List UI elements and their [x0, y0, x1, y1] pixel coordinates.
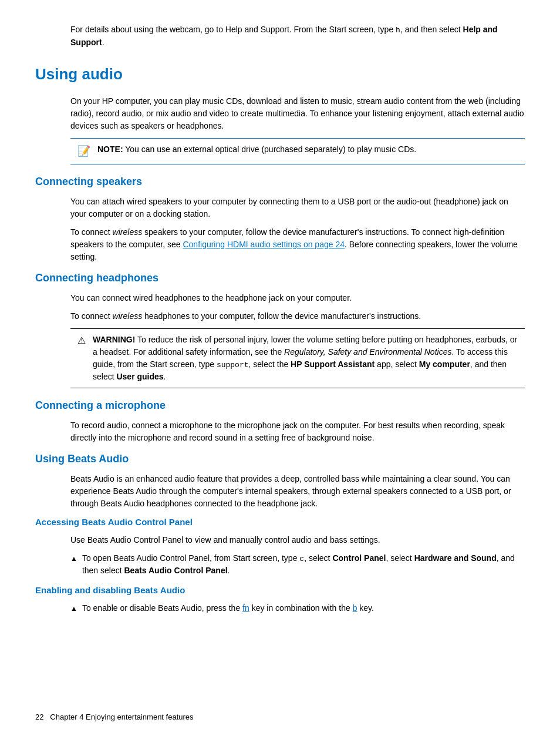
note-box: 📝 NOTE: You can use an external optical … — [70, 138, 525, 164]
warning-italic: Regulatory, Safety and Environmental Not… — [284, 347, 451, 357]
connecting-speakers-heading: Connecting speakers — [35, 174, 525, 190]
connecting-microphone-heading: Connecting a microphone — [35, 398, 525, 414]
footer-chapter: Chapter 4 Enjoying entertainment feature… — [50, 713, 193, 721]
bullet-content: To open Beats Audio Control Panel, from … — [82, 552, 525, 577]
ch-p2-pre: To connect — [70, 311, 113, 321]
ab-bold3: Beats Audio Control Panel — [124, 566, 228, 575]
cs-p2-italic: wireless — [113, 227, 143, 237]
eb-link1[interactable]: fn — [242, 603, 249, 613]
cs-p2-pre: To connect — [70, 227, 113, 237]
footer-page: 22 — [35, 713, 43, 721]
note-icon: 📝 — [77, 143, 90, 159]
warning-box: ⚠ WARNING! To reduce the risk of persona… — [70, 328, 525, 389]
eb-content: To enable or disable Beats Audio, press … — [82, 602, 374, 614]
using-audio-section: Using audio On your HP computer, you can… — [35, 63, 525, 614]
note-text: You can use an external optical drive (p… — [125, 145, 416, 154]
accessing-beats-heading: Accessing Beats Audio Control Panel — [35, 516, 525, 529]
warning-mid3: app, select — [375, 359, 419, 369]
warning-bold3: User guides — [116, 372, 163, 381]
intro-text-pre: For details about using the webcam, go t… — [70, 25, 396, 34]
connecting-headphones-para2: To connect wireless headphones to your c… — [35, 310, 525, 322]
ab-code: c — [299, 555, 304, 563]
warning-bold1: HP Support Assistant — [291, 359, 375, 369]
using-audio-description: On your HP computer, you can play music … — [35, 95, 525, 132]
using-beats-section: Using Beats Audio Beats Audio is an enha… — [35, 451, 525, 614]
connecting-speakers-section: Connecting speakers You can attach wired… — [35, 174, 525, 263]
ch-p2-end: headphones to your computer, follow the … — [142, 311, 421, 321]
using-beats-para: Beats Audio is an enhanced audio feature… — [35, 473, 525, 510]
intro-text3: . — [102, 38, 104, 47]
accessing-beats-bullet: ▲ To open Beats Audio Control Panel, fro… — [35, 552, 525, 577]
enabling-beats-bullet: ▲ To enable or disable Beats Audio, pres… — [35, 602, 525, 614]
connecting-headphones-section: Connecting headphones You can connect wi… — [35, 270, 525, 389]
eb-pre: To enable or disable Beats Audio, press … — [82, 603, 242, 613]
connecting-headphones-heading: Connecting headphones — [35, 270, 525, 286]
connecting-speakers-para2: To connect wireless speakers to your com… — [35, 226, 525, 263]
ch-p2-italic: wireless — [113, 311, 143, 321]
intro-text2: , and then select — [400, 25, 463, 34]
connecting-headphones-para1: You can connect wired headphones to the … — [35, 292, 525, 304]
accessing-beats-section: Accessing Beats Audio Control Panel Use … — [35, 516, 525, 577]
ab-bold1: Control Panel — [332, 553, 386, 563]
accessing-beats-para: Use Beats Audio Control Panel to view an… — [35, 534, 525, 546]
enabling-beats-heading: Enabling and disabling Beats Audio — [35, 584, 525, 597]
bullet-triangle-icon: ▲ — [70, 553, 77, 564]
warning-end: . — [164, 372, 166, 381]
connecting-microphone-para: To record audio, connect a microphone to… — [35, 419, 525, 444]
cs-p2-link[interactable]: Configuring HDMI audio settings on page … — [183, 240, 345, 249]
bullet2-triangle-icon: ▲ — [70, 603, 77, 614]
ab-end: . — [228, 566, 230, 575]
eb-mid: key in combination with the — [249, 603, 353, 613]
warning-bold2: My computer — [419, 359, 470, 369]
eb-end: key. — [357, 603, 374, 613]
warning-code: support — [217, 361, 249, 369]
ab-mid2: , select — [386, 553, 414, 563]
using-beats-heading: Using Beats Audio — [35, 451, 525, 467]
warning-content: WARNING! To reduce the risk of personal … — [93, 334, 518, 384]
ab-bold2: Hardware and Sound — [414, 553, 497, 563]
warning-label: WARNING! — [93, 335, 135, 344]
note-label: NOTE: You can use an external optical dr… — [97, 143, 416, 156]
connecting-speakers-para1: You can attach wired speakers to your co… — [35, 196, 525, 220]
note-label-text: NOTE: — [97, 145, 123, 154]
using-audio-heading: Using audio — [35, 63, 525, 86]
connecting-microphone-section: Connecting a microphone To record audio,… — [35, 398, 525, 444]
warning-triangle-icon: ⚠ — [77, 334, 86, 348]
footer: 22 Chapter 4 Enjoying entertainment feat… — [35, 711, 194, 723]
ab-mid: , select — [304, 553, 332, 563]
warning-mid2: , select the — [249, 359, 291, 369]
ab-pre: To open Beats Audio Control Panel, from … — [82, 553, 299, 563]
enabling-beats-section: Enabling and disabling Beats Audio ▲ To … — [35, 584, 525, 614]
intro-paragraph: For details about using the webcam, go t… — [35, 23, 525, 49]
intro-code: h — [396, 26, 400, 35]
